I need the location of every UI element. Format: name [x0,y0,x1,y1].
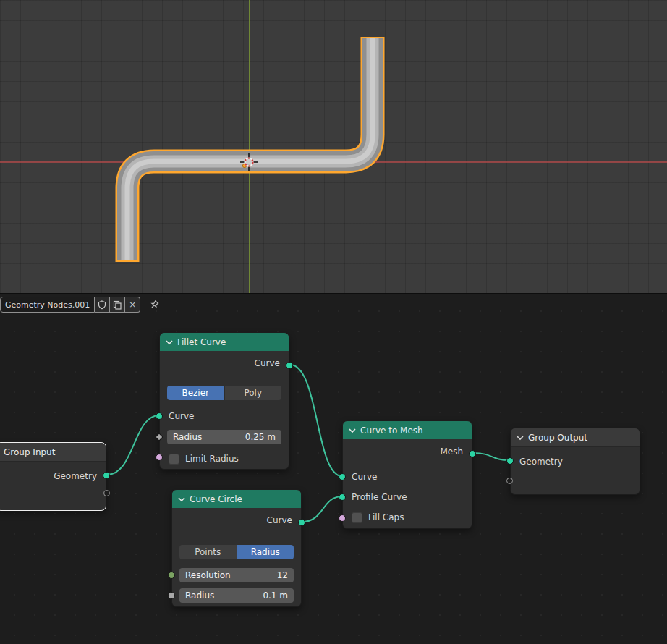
node-fillet-curve-header[interactable]: Fillet Curve [160,333,289,351]
checkbox-label: Limit Radius [185,454,239,464]
node-group-input-header[interactable]: Group Input [0,443,106,462]
socket-profile-curve-input[interactable] [339,493,346,501]
shield-icon [98,300,106,310]
pipe-object[interactable] [0,0,667,293]
radius-field[interactable]: Radius 0.1 m [179,588,294,603]
socket-limit-radius-input[interactable] [156,454,163,461]
geometry-node-editor[interactable]: Geometry Nodes.001 × [0,293,667,644]
field-value: 0.1 m [263,590,288,601]
resolution-field[interactable]: Resolution 12 [179,568,294,582]
socket-curve-input[interactable] [339,473,346,480]
new-copy-button[interactable] [110,297,125,313]
field-label: Radius [185,590,214,601]
socket-curve-input[interactable] [156,412,163,420]
node-tree-selector: Geometry Nodes.001 × [0,297,160,313]
node-group-output[interactable]: Group Output Geometry [510,428,640,495]
link-filletcurve-curvetomesh [290,365,342,476]
socket-virtual-input[interactable] [506,478,513,484]
fill-caps-checkbox[interactable] [352,512,362,523]
field-value: 0.25 m [245,432,276,442]
checkbox-label: Fill Caps [368,512,404,522]
fake-user-button[interactable] [95,297,110,313]
node-curve-circle[interactable]: Curve Circle Curve Points Radius Resolut… [171,489,302,607]
socket-row-curve-input: Curve [160,406,289,426]
socket-radius-input[interactable] [168,592,175,599]
node-title: Curve Circle [190,494,242,504]
node-tree-name-field[interactable]: Geometry Nodes.001 [0,297,95,313]
node-title: Group Input [4,447,55,457]
chevron-down-icon[interactable] [349,428,356,433]
socket-row-geometry-input: Geometry [511,451,640,473]
mode-button-bezier[interactable]: Bezier [167,386,224,400]
socket-geometry-output[interactable] [103,472,110,479]
socket-label: Curve [169,411,194,421]
socket-label: Mesh [440,446,463,457]
socket-label: Geometry [519,457,563,467]
field-label: Resolution [185,570,231,580]
field-value: 12 [277,570,288,580]
viewport-3d[interactable] [0,0,667,293]
unlink-button[interactable]: × [125,297,140,313]
node-group-input[interactable]: Group Input Geometry [0,442,106,511]
radius-field[interactable]: Radius 0.25 m [167,430,281,444]
link-groupinput-filletcurve [107,415,159,475]
blender-window: Geometry Nodes.001 × [0,0,667,644]
node-title: Fillet Curve [177,337,226,347]
pin-icon [149,300,160,310]
socket-row-profile-curve-input: Profile Curve [343,487,472,507]
socket-row-geometry-output: Geometry [0,465,106,487]
field-label: Radius [173,432,202,442]
mode-button-radius[interactable]: Radius [237,545,294,559]
mode-toggle: Points Radius [179,545,294,559]
close-icon: × [129,300,136,310]
node-curve-to-mesh-header[interactable]: Curve to Mesh [343,421,472,439]
node-group-output-header[interactable]: Group Output [511,428,640,447]
socket-curve-output[interactable] [298,519,305,526]
socket-curve-output[interactable] [286,362,293,369]
limit-radius-checkbox[interactable] [169,454,179,465]
pin-button[interactable] [149,300,160,310]
socket-mesh-output[interactable] [469,450,476,457]
socket-row-mesh-output: Mesh [343,439,472,464]
socket-label: Curve [267,515,292,525]
chevron-down-icon[interactable] [517,435,524,441]
socket-row-curve-output: Curve [172,508,301,533]
socket-resolution-input[interactable] [168,572,175,579]
socket-label: Profile Curve [352,492,407,502]
mode-button-poly[interactable]: Poly [224,386,282,400]
node-title: Curve to Mesh [360,425,423,436]
limit-radius-row: Limit Radius [160,450,289,467]
link-curvecircle-curvetomesh [302,496,342,522]
node-tree-name: Geometry Nodes.001 [5,300,90,310]
socket-label: Curve [352,472,377,482]
socket-row-curve-input: Curve [343,467,472,487]
mode-button-points[interactable]: Points [179,545,237,559]
copy-icon [113,300,122,310]
socket-label: Curve [255,358,280,368]
socket-geometry-input[interactable] [506,457,514,465]
socket-label: Geometry [54,471,97,481]
mode-toggle: Bezier Poly [167,386,281,400]
node-curve-circle-header[interactable]: Curve Circle [172,490,301,508]
fill-caps-row: Fill Caps [343,507,472,528]
socket-virtual-output[interactable] [103,490,110,496]
link-curvetomesh-groupoutput [473,453,509,460]
node-curve-to-mesh[interactable]: Curve to Mesh Mesh Curve Profile Curve F… [342,420,472,529]
pipe-selection-outline [127,37,373,262]
chevron-down-icon[interactable] [178,496,185,502]
node-title: Group Output [528,433,587,443]
socket-fill-caps-input[interactable] [339,514,346,522]
socket-row-curve-output: Curve [160,351,289,376]
chevron-down-icon[interactable] [166,339,173,345]
node-fillet-curve[interactable]: Fillet Curve Curve Bezier Poly Curve Rad… [159,332,289,470]
